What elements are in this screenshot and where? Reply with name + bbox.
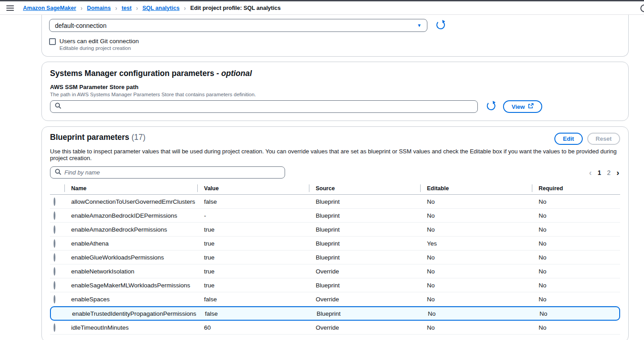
cell-source: Blueprint: [309, 226, 420, 233]
cell-editable: No: [420, 226, 532, 233]
cell-name: allowConnectionToUserGovernedEmrClusters: [64, 198, 197, 205]
refresh-icon: [485, 100, 497, 113]
breadcrumb-sagemaker[interactable]: Amazon SageMaker: [23, 5, 76, 11]
pagination-page-1[interactable]: 1: [598, 169, 601, 176]
row-radio-button[interactable]: [54, 197, 55, 206]
breadcrumb-current-page: Edit project profile: SQL analytics: [190, 5, 281, 11]
table-row[interactable]: enableSpaces false Override No No: [50, 292, 620, 306]
pagination-prev-icon[interactable]: ‹: [589, 168, 592, 177]
table-row[interactable]: idleTimeoutInMinutes 60 Override No No: [50, 321, 620, 335]
table-header-radio-col: [50, 183, 64, 194]
ssm-configuration-card: Systems Manager configuration parameters…: [41, 62, 629, 121]
view-button-label: View: [512, 103, 525, 110]
cell-required: No: [532, 212, 620, 219]
cell-name: enableAthena: [64, 240, 197, 247]
table-header-name: Name: [64, 183, 197, 194]
external-link-icon: [528, 103, 534, 110]
chevron-right-icon: ›: [136, 4, 138, 12]
ssm-path-description: The path in AWS Systems Manager Paramete…: [50, 92, 620, 97]
ssm-section-title-optional: - optional: [217, 69, 252, 78]
row-radio-button[interactable]: [54, 225, 55, 234]
cell-required: No: [532, 324, 620, 331]
table-row[interactable]: enableNetworkIsolation true Override No …: [50, 264, 620, 278]
cell-name: enableSpaces: [64, 296, 197, 303]
chevron-right-icon: ›: [115, 4, 117, 12]
table-row[interactable]: enableGlueWorkloadsPermissions true Blue…: [50, 251, 620, 264]
breadcrumb-sql-analytics[interactable]: SQL analytics: [142, 5, 179, 11]
blueprint-parameters-card: Blueprint parameters (17) Edit Reset Use…: [41, 126, 629, 340]
row-radio-button[interactable]: [54, 211, 55, 220]
account-icon-partial[interactable]: [640, 4, 644, 12]
search-icon: [55, 169, 61, 177]
cell-editable: Yes: [420, 240, 532, 247]
cell-value: 60: [197, 324, 309, 331]
cell-name: enableGlueWorkloadsPermissions: [64, 254, 197, 261]
edit-button[interactable]: Edit: [554, 133, 583, 145]
table-row[interactable]: allowConnectionToUserGovernedEmrClusters…: [50, 195, 620, 209]
cell-required: No: [532, 268, 620, 275]
cell-required: No: [532, 198, 620, 205]
cell-name: enableNetworkIsolation: [64, 268, 197, 275]
table-row[interactable]: enableAmazonBedrockIDEPermissions - Blue…: [50, 209, 620, 223]
table-header-required: Required: [532, 183, 620, 194]
cell-source: Blueprint: [309, 198, 420, 205]
refresh-ssm-button[interactable]: [485, 100, 497, 113]
blueprint-table: Name Value Source Editable Required allo…: [50, 183, 620, 335]
view-button[interactable]: View: [503, 100, 542, 113]
row-radio-button[interactable]: [54, 281, 55, 290]
blueprint-title-text: Blueprint parameters: [50, 133, 129, 142]
ssm-path-label: AWS SSM Parameter Store path: [50, 84, 620, 90]
cell-source: Blueprint: [309, 212, 420, 219]
find-by-name-input[interactable]: [64, 169, 280, 176]
cell-editable: No: [420, 268, 532, 275]
cell-editable: No: [420, 254, 532, 261]
ssm-section-title-text: Systems Manager configuration parameters: [50, 69, 214, 78]
cell-editable: No: [420, 212, 532, 219]
menu-hamburger-icon[interactable]: [6, 5, 14, 11]
table-header-source: Source: [309, 183, 420, 194]
cell-editable: No: [420, 324, 532, 331]
cell-value: true: [197, 282, 309, 289]
breadcrumb-domains[interactable]: Domains: [87, 5, 111, 11]
main-content: default-connection ▼ Users can edit Git …: [0, 15, 644, 340]
ssm-path-input[interactable]: [64, 103, 473, 110]
users-can-edit-git-label: Users can edit Git connection: [59, 38, 139, 45]
cell-required: No: [532, 254, 620, 261]
cell-source: Blueprint: [309, 240, 420, 247]
ssm-section-title: Systems Manager configuration parameters…: [50, 69, 620, 78]
row-radio-button[interactable]: [54, 295, 55, 304]
row-radio-button[interactable]: [54, 253, 55, 262]
chevron-right-icon: ›: [184, 4, 186, 12]
cell-value: -: [197, 212, 309, 219]
table-header-editable: Editable: [420, 183, 532, 194]
pagination-page-2[interactable]: 2: [607, 169, 611, 176]
table-body: allowConnectionToUserGovernedEmrClusters…: [50, 195, 620, 335]
table-row[interactable]: enableTrustedIdentityPropagationPermissi…: [50, 306, 620, 321]
chevron-down-icon: ▼: [417, 23, 422, 28]
table-row[interactable]: enableAmazonBedrockPermissions true Blue…: [50, 223, 620, 237]
cell-value: true: [197, 268, 309, 275]
cell-required: No: [532, 226, 620, 233]
cell-value: false: [198, 310, 310, 317]
cell-value: true: [197, 240, 309, 247]
cell-value: true: [197, 254, 309, 261]
row-radio-button[interactable]: [54, 323, 55, 332]
git-connection-select[interactable]: default-connection ▼: [49, 19, 427, 32]
table-header-row: Name Value Source Editable Required: [50, 183, 620, 195]
cell-value: false: [197, 296, 309, 303]
reset-button[interactable]: Reset: [587, 133, 620, 145]
cell-editable: No: [421, 310, 533, 317]
users-can-edit-git-checkbox[interactable]: [49, 38, 56, 45]
cell-source: Blueprint: [310, 310, 421, 317]
cell-editable: No: [420, 282, 532, 289]
pagination-next-icon[interactable]: ›: [617, 168, 619, 177]
cell-editable: No: [420, 296, 532, 303]
table-row[interactable]: enableAthena true Blueprint Yes No: [50, 237, 620, 251]
row-radio-button[interactable]: [54, 267, 55, 276]
refresh-connections-button[interactable]: [435, 19, 446, 32]
breadcrumb-domain-test[interactable]: test: [122, 5, 132, 11]
cell-source: Override: [309, 268, 420, 275]
table-header-value: Value: [197, 183, 309, 194]
table-row[interactable]: enableSageMakerMLWorkloadsPermissions tr…: [50, 278, 620, 292]
row-radio-button[interactable]: [54, 239, 55, 248]
